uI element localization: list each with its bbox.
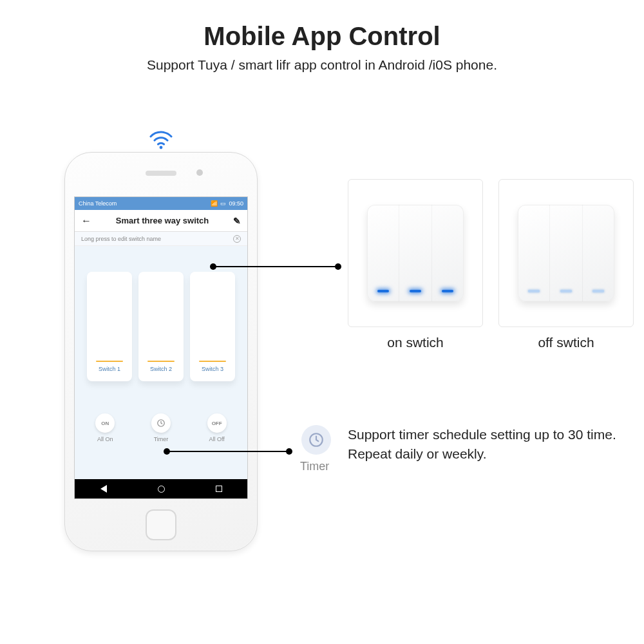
switch-area: Switch 1 Switch 2 Switch 3 [75,246,247,390]
android-nav-bar [75,479,247,498]
connector-dot [164,448,170,455]
nav-back-icon[interactable] [100,485,107,493]
product-card-off [498,179,634,327]
nav-home-icon[interactable] [158,486,165,493]
switch-panel-on [367,205,464,301]
switch-card-3[interactable]: Switch 3 [190,272,235,381]
all-on-button[interactable]: ON All On [95,413,115,442]
phone-screen: China Telecom 📶 ▭ 09:50 ← Smart three wa… [74,196,248,499]
hint-bar: Long press to edit switch name ✕ [75,232,247,246]
timer-description: Support timer schedule setting up to 30 … [348,425,618,464]
app-title: Smart three way switch [116,216,209,225]
page-subtitle: Support Tuya / smart lifr app control in… [0,57,644,73]
switch-card-1[interactable]: Switch 1 [87,272,132,381]
off-switch-caption: off swtich [498,335,634,350]
all-on-label: All On [97,436,113,442]
switch-label: Switch 2 [150,366,172,372]
timer-caption: Timer [300,460,329,473]
edit-icon[interactable]: ✎ [233,216,241,226]
connector-dot [286,448,292,455]
switch-card-2[interactable]: Switch 2 [138,272,184,381]
all-off-label: All Off [209,436,224,442]
close-icon[interactable]: ✕ [233,235,241,243]
switch-label: Switch 1 [99,366,120,372]
clock-label: 09:50 [229,200,243,207]
connector-line [166,451,289,452]
connector-dot [210,263,216,270]
on-badge: ON [95,413,115,433]
battery-icon: ▭ [220,200,226,207]
timer-label: Timer [154,436,169,442]
clock-icon [301,425,331,455]
connector-line [213,266,337,267]
timer-icon-small [151,413,171,433]
app-header: ← Smart three way switch ✎ [75,210,247,232]
phone-home-button[interactable] [146,509,176,540]
off-badge: OFF [207,413,227,433]
wifi-icon [148,129,174,149]
switch-panel-off [518,205,614,301]
connector-dot [335,263,341,270]
hint-text: Long press to edit switch name [81,236,161,242]
bottom-row: ON All On Timer OFF All Off [75,390,247,449]
on-switch-caption: on swtich [348,335,483,350]
phone-frame: China Telecom 📶 ▭ 09:50 ← Smart three wa… [64,152,258,551]
product-card-on [348,179,483,327]
switch-label: Switch 3 [202,366,223,372]
android-status-bar: China Telecom 📶 ▭ 09:50 [75,197,247,210]
nav-recents-icon[interactable] [216,486,222,492]
carrier-label: China Telecom [79,200,117,207]
back-icon[interactable]: ← [81,215,91,227]
page-title: Mobile App Control [0,0,644,51]
signal-icon: 📶 [211,200,218,207]
all-off-button[interactable]: OFF All Off [207,413,227,442]
svg-point-0 [160,146,163,149]
timer-button[interactable]: Timer [151,413,171,442]
